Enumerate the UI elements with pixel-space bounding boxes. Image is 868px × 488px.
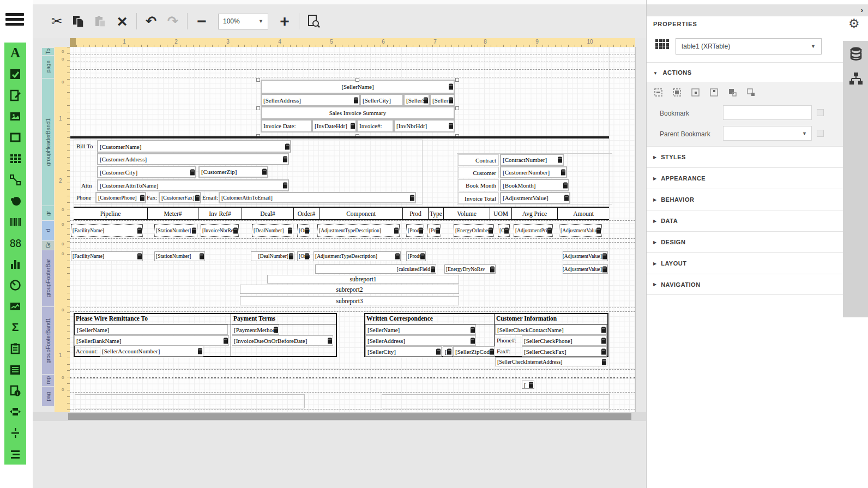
detail-header-row[interactable]: Pipeline Meter# Inv Ref# Deal# Order# Co… — [74, 207, 609, 220]
barcode-tool-icon[interactable] — [4, 212, 26, 233]
page-info-tool-icon[interactable]: i — [4, 380, 26, 401]
band-group-header-2[interactable]: gr — [42, 206, 54, 220]
detail-cell[interactable]: [Orde — [297, 224, 310, 237]
band-group-header-1[interactable]: groupHeaderBand1 — [42, 79, 54, 206]
cross-band-box-tool-icon[interactable] — [4, 443, 26, 465]
band-group-footer[interactable]: Gr — [42, 241, 54, 250]
detail-cell[interactable]: [AdjustmentTypeDescription] — [317, 224, 400, 237]
chart-tool-icon[interactable] — [4, 254, 26, 275]
column-header[interactable]: Amount — [557, 208, 609, 219]
calculated-field-cell[interactable]: [calculatedField — [315, 264, 436, 274]
selection-handle[interactable] — [355, 78, 359, 82]
band-detail[interactable]: d — [42, 221, 54, 240]
subreport3[interactable]: subreport3 — [240, 296, 459, 305]
cell-check-contact[interactable]: [SellerCheckContactName] — [495, 324, 607, 335]
column-header[interactable]: Volume — [443, 208, 490, 219]
pivot-grid-tool-icon[interactable] — [4, 338, 26, 359]
shape-tool-icon[interactable] — [4, 190, 26, 212]
table-cell-report-title[interactable]: Sales Invoice Summary — [261, 106, 455, 119]
group-footer-cell[interactable]: [Produc — [406, 251, 426, 261]
cell-check-fax[interactable]: [SellerCheckFax] — [522, 346, 607, 357]
fit-bounds-to-container-icon[interactable] — [653, 87, 663, 97]
copy-icon[interactable] — [68, 10, 89, 32]
band-report-footer[interactable]: rep — [42, 375, 54, 386]
section-appearance[interactable]: ▶APPEARANCE — [647, 167, 843, 189]
cell-customer-email[interactable]: [CutomerAttnToEmail] — [219, 192, 416, 203]
detail-cell[interactable]: [Pro — [427, 224, 441, 237]
table-cell-invoice-nbr-label[interactable]: Invoice#: — [357, 119, 394, 132]
paste-icon[interactable] — [89, 10, 111, 32]
page-break-tool-icon[interactable] — [4, 401, 26, 423]
column-header[interactable]: Avg Price — [511, 208, 557, 219]
parent-bookmark-dropdown[interactable]: ▼ — [723, 126, 812, 141]
table-cell-seller-state[interactable]: [SellerSt — [403, 94, 430, 106]
cell-corr-city[interactable]: [SellerCity] — [365, 346, 442, 357]
detail-cell[interactable]: [Produc — [406, 224, 424, 237]
bring-to-front-icon[interactable] — [727, 87, 737, 97]
collapse-panel-icon[interactable]: › — [861, 6, 863, 14]
menu-icon[interactable] — [5, 13, 24, 28]
table-cell-invoice-nbr[interactable]: [InvNbrHdr] — [394, 119, 455, 132]
band-group-footer-1[interactable]: groupFooterBand1 — [42, 307, 54, 374]
cell-check-phone[interactable]: [SellerCheckPhone] — [522, 335, 607, 346]
table-cell-seller-city[interactable]: [SellerCity] — [360, 94, 403, 106]
table-cell-seller-address[interactable]: [SellerAddress] — [261, 94, 360, 106]
cell-customer-fax[interactable]: [CustomerFax] — [159, 192, 201, 203]
section-design[interactable]: ▶DESIGN — [647, 231, 843, 252]
delete-icon[interactable]: × — [111, 10, 133, 32]
selection-handle[interactable] — [256, 106, 260, 110]
detail-cell[interactable]: [Or — [498, 224, 510, 237]
cell-customer-phone[interactable]: [CustomerPhone] — [95, 192, 146, 203]
column-header[interactable]: Type — [428, 208, 443, 219]
fit-text-to-bounds-icon[interactable] — [672, 87, 682, 97]
richtext-tool-icon[interactable] — [4, 85, 26, 106]
gear-icon[interactable]: ⚙ — [848, 16, 860, 31]
undo-icon[interactable]: ↶ — [140, 10, 162, 32]
cell-book-month[interactable]: [BookMonth] — [500, 179, 569, 191]
group-footer-cell[interactable]: [Orde — [297, 251, 310, 261]
cut-icon[interactable]: ✂ — [46, 10, 68, 32]
selection-handle[interactable] — [455, 106, 459, 110]
zoom-out-icon[interactable]: − — [191, 10, 213, 32]
design-surface[interactable]: [SellerName] [SellerAddress] [SellerCity… — [70, 47, 636, 413]
cell-customer-name[interactable]: [CustomerName] — [97, 140, 291, 153]
adjustment-value-cell[interactable]: [AdjustmentValue] — [563, 264, 608, 274]
center-horizontally-icon[interactable] — [690, 87, 700, 97]
cell-seller-bank[interactable]: [SellerBankName] — [74, 335, 229, 346]
cell-customer-zip[interactable]: [CustomerZip] — [198, 166, 268, 178]
section-styles[interactable]: ▶STYLES — [647, 146, 843, 167]
table-cell-invoice-date-label[interactable]: Invoice Date: — [261, 119, 312, 132]
column-header[interactable]: UOM — [490, 208, 511, 219]
label-tool-icon[interactable]: A — [4, 43, 26, 64]
cell-corr-zip[interactable]: [SellerZipCod — [453, 346, 495, 357]
detail-cell[interactable]: [FacilityName] — [71, 224, 143, 237]
detail-cell[interactable]: [EnergyOrImbed] — [454, 224, 494, 237]
band-page-footer[interactable]: pag — [42, 387, 54, 406]
picture-tool-icon[interactable] — [4, 106, 26, 127]
field-list-tab-database-icon[interactable] — [843, 41, 868, 66]
column-header[interactable]: Pipeline — [74, 208, 147, 219]
cell-account-number[interactable]: [SellerAccountNumber] — [100, 346, 203, 357]
tick-marks-tool-icon[interactable] — [4, 423, 26, 444]
character-comb-tool-icon[interactable]: 88 — [4, 232, 26, 254]
cell-customer-number[interactable]: [CustomerNumber] — [500, 166, 567, 178]
double-rule-line[interactable] — [70, 136, 609, 138]
bookmark-expression-checkbox[interactable] — [817, 109, 824, 116]
band-group-footer-bar[interactable]: groupFooterBar — [42, 250, 54, 306]
cell-invoice-total[interactable]: [AdjustmentValue] — [500, 192, 570, 204]
horizontal-scrollbar-thumb[interactable] — [68, 413, 631, 420]
cell-payment-method[interactable]: [PaymentMethod] — [232, 324, 279, 335]
detail-cell[interactable]: [AdjustmentValue] — [559, 224, 602, 237]
selection-handle[interactable] — [455, 78, 459, 82]
line-tool-icon[interactable] — [4, 169, 26, 190]
parent-bookmark-expression-checkbox[interactable] — [817, 130, 824, 137]
cell-due-date[interactable]: [InvoiceDueOnOrBeforeDate] — [232, 335, 333, 346]
column-header[interactable]: Order# — [293, 208, 319, 219]
subreport2[interactable]: subreport2 — [240, 285, 459, 294]
detail-cell[interactable]: [DealNumber] — [252, 224, 293, 237]
cell-remit-seller-name[interactable]: [SellerName] — [75, 324, 228, 335]
cell-corr-seller-name[interactable]: [SellerName] — [365, 324, 476, 335]
section-behavior[interactable]: ▶BEHAVIOR — [647, 189, 843, 210]
band-top-margin[interactable]: To — [42, 48, 54, 55]
column-header[interactable]: Deal# — [242, 208, 293, 219]
